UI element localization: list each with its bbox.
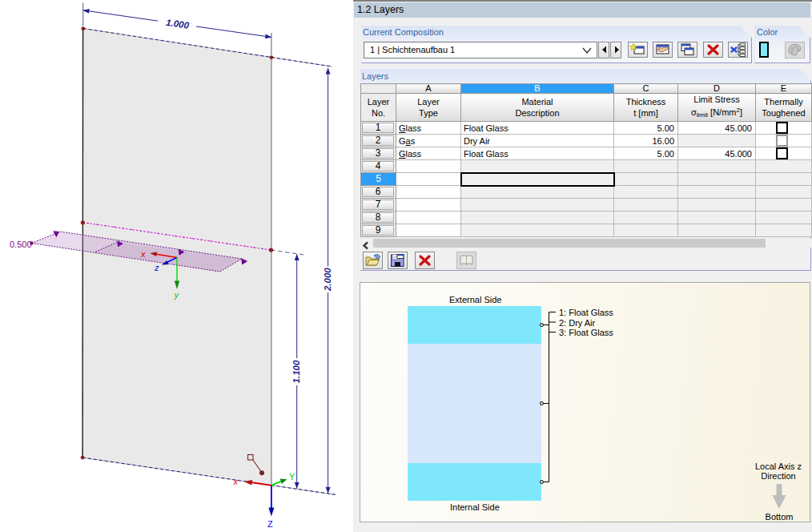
svg-text:z: z [154, 263, 159, 272]
svg-text:0.500: 0.500 [10, 240, 32, 249]
svg-text:x: x [140, 249, 146, 259]
svg-text:1.100: 1.100 [291, 360, 301, 383]
svg-text:2.000: 2.000 [323, 268, 332, 292]
svg-text:Z: Z [267, 519, 273, 529]
svg-text:x: x [233, 477, 239, 486]
svg-text:Y: Y [289, 472, 295, 482]
svg-text:1.000: 1.000 [165, 18, 190, 30]
